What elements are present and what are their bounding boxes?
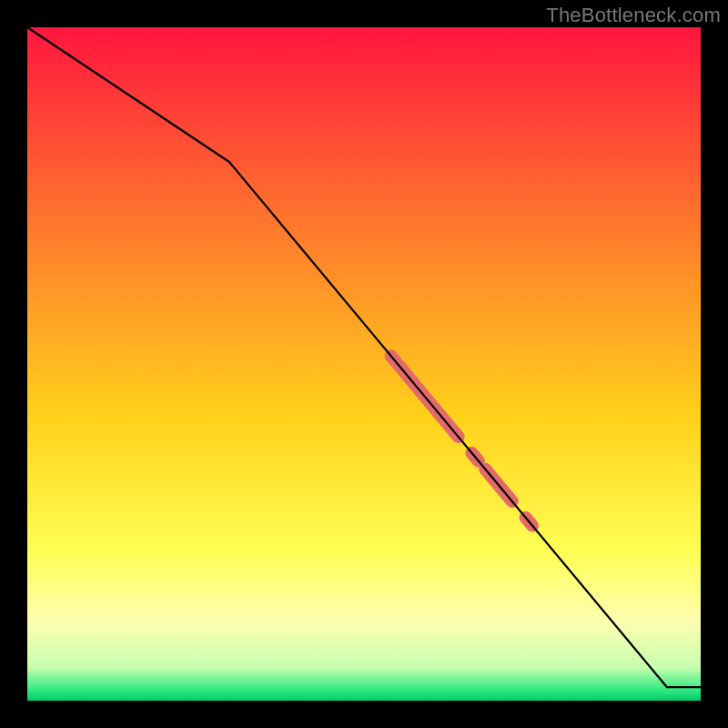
chart-svg bbox=[0, 0, 728, 728]
chart-stage: TheBottleneck.com bbox=[0, 0, 728, 728]
plot-background bbox=[27, 27, 701, 701]
